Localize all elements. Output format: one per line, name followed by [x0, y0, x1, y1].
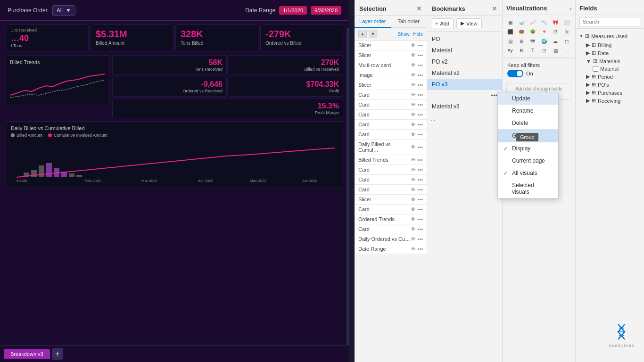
eye-icon-0[interactable]: 👁 — [411, 42, 416, 48]
viz-icon-scatter[interactable]: ⬜ — [562, 18, 571, 26]
viz-icon-card[interactable]: 🃏 — [562, 27, 571, 36]
eye-icon-9[interactable]: 👁 — [411, 132, 416, 137]
sel-item-13[interactable]: Card👁••• — [355, 175, 427, 185]
sel-item-0[interactable]: Slicer👁••• — [355, 41, 427, 50]
sel-item-20[interactable]: Date Range👁••• — [355, 244, 427, 254]
fields-subitem-purchases[interactable]: ▶ ⊞ Purchases — [576, 89, 644, 97]
sel-item-10[interactable]: Daily Billed vs Cumul…👁••• — [355, 140, 427, 155]
dots-icon-2[interactable]: ••• — [417, 62, 423, 68]
dots-icon-1[interactable]: ••• — [417, 52, 423, 58]
eye-icon-16[interactable]: 👁 — [411, 206, 416, 212]
fields-subitem-date[interactable]: ▶ ⊞ Date — [576, 49, 644, 57]
fields-subitem-billing[interactable]: ▶ ⊞ Billing — [576, 41, 644, 49]
sel-item-11[interactable]: Billed Trends👁••• — [355, 155, 427, 165]
dots-icon-12[interactable]: ••• — [417, 167, 423, 173]
viz-icon-more[interactable]: … — [562, 46, 571, 55]
bookmark-add-button[interactable]: + Add — [431, 18, 454, 28]
bm-item-4[interactable]: PO v3 — [427, 79, 502, 90]
eye-icon-15[interactable]: 👁 — [411, 197, 416, 202]
eye-icon-11[interactable]: 👁 — [411, 157, 416, 163]
date-start-button[interactable]: 1/1/2020 — [279, 6, 307, 15]
viz-icon-tree[interactable]: 🌳 — [528, 27, 537, 36]
dots-icon-20[interactable]: ••• — [417, 246, 423, 252]
eye-icon-17[interactable]: 👁 — [411, 216, 416, 222]
viz-icon-stacked-bar[interactable]: ▦ — [505, 18, 515, 26]
eye-icon-6[interactable]: 👁 — [411, 102, 416, 107]
material-checkbox[interactable] — [593, 66, 598, 72]
viz-icon-funnel[interactable]: 🔻 — [539, 27, 549, 36]
dots-icon-14[interactable]: ••• — [417, 187, 423, 192]
eye-icon-19[interactable]: 👁 — [411, 236, 416, 242]
fields-subitem-receiving[interactable]: ▶ ⊞ Receiving — [576, 97, 644, 105]
eye-icon-13[interactable]: 👁 — [411, 177, 416, 182]
sel-item-15[interactable]: Slicer👁••• — [355, 195, 427, 205]
viz-icon-button[interactable]: ⊡ — [539, 46, 549, 55]
hide-button[interactable]: Hide — [413, 32, 423, 37]
bm-more-dots[interactable]: ... — [427, 114, 502, 123]
po-dropdown[interactable]: All ▼ — [52, 5, 75, 16]
eye-icon-14[interactable]: 👁 — [411, 187, 416, 192]
dots-icon-19[interactable]: ••• — [417, 236, 423, 242]
viz-icon-bar-chart[interactable]: 📊 — [517, 18, 526, 26]
viz-icon-map2[interactable]: 🌍 — [539, 37, 549, 45]
viz-icon-ribbon[interactable]: 🎀 — [551, 18, 560, 26]
sel-item-6[interactable]: Card👁••• — [355, 100, 427, 110]
dots-icon-18[interactable]: ••• — [417, 226, 423, 232]
eye-icon-3[interactable]: 👁 — [411, 72, 416, 78]
eye-icon-20[interactable]: 👁 — [411, 246, 416, 252]
dots-icon-16[interactable]: ••• — [417, 206, 423, 212]
viz-icon-text[interactable]: T — [528, 46, 537, 55]
selection-close-button[interactable]: ✕ — [416, 5, 422, 12]
dots-icon-6[interactable]: ••• — [417, 102, 423, 107]
add-tab-button[interactable]: + — [52, 348, 63, 360]
sel-item-1[interactable]: Slicer👁••• — [355, 50, 427, 60]
bm-options-button[interactable]: ••• — [491, 92, 497, 99]
viz-icon-matrix[interactable]: ▤ — [505, 37, 515, 45]
bookmark-view-button[interactable]: ▶ View — [456, 18, 482, 28]
eye-icon-1[interactable]: 👁 — [411, 52, 416, 58]
dots-icon-11[interactable]: ••• — [417, 157, 423, 163]
sel-item-18[interactable]: Card👁••• — [355, 224, 427, 234]
viz-expand-button[interactable]: › — [570, 5, 571, 12]
eye-icon-5[interactable]: 👁 — [411, 92, 416, 98]
dots-icon-15[interactable]: ••• — [417, 197, 423, 202]
dots-icon-10[interactable]: ••• — [417, 144, 423, 150]
eye-icon-12[interactable]: 👁 — [411, 167, 416, 173]
sel-item-7[interactable]: Card👁••• — [355, 110, 427, 120]
eye-icon-8[interactable]: 👁 — [411, 122, 416, 127]
sel-item-3[interactable]: Image👁••• — [355, 70, 427, 80]
sel-item-8[interactable]: Card👁••• — [355, 120, 427, 130]
ctx-update[interactable]: Update — [498, 92, 558, 105]
viz-icon-python[interactable]: Py — [505, 46, 515, 55]
eye-icon-4[interactable]: 👁 — [411, 82, 416, 88]
viz-icon-line-chart[interactable]: 📈 — [528, 18, 537, 26]
ctx-selected-visuals[interactable]: Selected visuals — [498, 179, 558, 198]
sel-item-5[interactable]: Card👁••• — [355, 90, 427, 100]
keep-filters-toggle[interactable] — [507, 70, 523, 77]
sel-item-4[interactable]: Slicer👁••• — [355, 80, 427, 90]
fields-group-measures-header[interactable]: ▼ ⊞ Measures Used — [576, 31, 644, 41]
move-up-button[interactable]: ▲ — [358, 30, 367, 38]
bm-item-3[interactable]: Material v2 — [427, 67, 502, 79]
viz-icon-azure[interactable]: ☁ — [551, 37, 560, 45]
bm-item-1[interactable]: Material — [427, 45, 502, 56]
dots-icon-17[interactable]: ••• — [417, 216, 423, 222]
dots-icon-9[interactable]: ••• — [417, 132, 423, 137]
eye-icon-18[interactable]: 👁 — [411, 226, 416, 232]
sel-item-19[interactable]: Daily Ordered vs Cu…👁••• — [355, 234, 427, 244]
bm-item-2[interactable]: PO v2 — [427, 56, 502, 67]
show-button[interactable]: Show — [397, 32, 409, 37]
viz-icon-area-chart[interactable]: 📉 — [539, 18, 549, 26]
dots-icon-3[interactable]: ••• — [417, 72, 423, 78]
fields-search-input[interactable] — [579, 17, 640, 26]
dots-icon-0[interactable]: ••• — [417, 42, 423, 48]
sel-item-14[interactable]: Card👁••• — [355, 185, 427, 195]
eye-icon-10[interactable]: 👁 — [411, 144, 416, 150]
eye-icon-7[interactable]: 👁 — [411, 112, 416, 117]
ctx-delete[interactable]: Delete — [498, 117, 558, 129]
dots-icon-13[interactable]: ••• — [417, 177, 423, 182]
ctx-display[interactable]: ✓ Display — [498, 142, 558, 155]
viz-icon-r[interactable]: R — [517, 46, 526, 55]
ctx-all-visuals[interactable]: ✓ All visuals — [498, 167, 558, 179]
move-down-button[interactable]: ▼ — [369, 30, 377, 38]
